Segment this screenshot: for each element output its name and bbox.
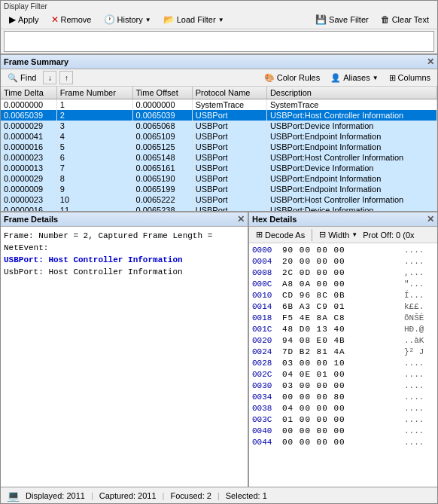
aliases-dropdown: ▼ — [373, 75, 379, 81]
hex-ascii: .... — [404, 437, 434, 448]
table-cell: 0.0000029 — [1, 173, 56, 184]
save-filter-button[interactable]: 💾 Save Filter — [310, 12, 374, 27]
hex-row: 003C01 00 00 00.... — [252, 414, 434, 426]
load-filter-button[interactable]: 📂 Load Filter ▼ — [158, 12, 230, 27]
table-row[interactable]: 0.000001650.0065125USBPortUSBPort:Endpoi… — [1, 142, 437, 152]
frame-details-line1: Frame: Number = 2, Captured Frame Length… — [4, 230, 245, 242]
prot-off-label: Prot Off: 0 (0x — [363, 231, 414, 240]
apply-icon: ▶ — [9, 14, 16, 25]
frame-details-close[interactable]: ✕ — [237, 214, 245, 225]
hex-address: 001C — [252, 324, 276, 335]
table-row[interactable]: 0.0000016110.0065238USBPortUSBPort:Devic… — [1, 205, 437, 211]
hex-row: 002803 00 00 10.... — [252, 358, 434, 369]
table-cell: 8 — [56, 173, 132, 184]
hex-address: 0014 — [252, 301, 276, 313]
width-dropdown: ▼ — [351, 231, 357, 238]
find-down-button[interactable]: ↓ — [43, 71, 56, 84]
hex-address: 0034 — [252, 392, 276, 403]
hex-row: 003400 00 00 80.... — [252, 392, 434, 403]
table-cell: USBPort:Endpoint Information — [266, 131, 436, 142]
decode-as-button[interactable]: ⊞ Decode As — [252, 228, 309, 241]
frame-summary-close[interactable]: ✕ — [427, 57, 434, 67]
frame-details-line2: NetEvent: — [4, 242, 245, 254]
bottom-panels: Frame Details ✕ Frame: Number = 2, Captu… — [1, 212, 437, 487]
width-button[interactable]: ⊟ Width ▼ — [315, 228, 361, 241]
hex-address: 0024 — [252, 347, 276, 358]
col-description[interactable]: Description — [266, 87, 436, 99]
find-icon: 🔍 — [8, 73, 18, 83]
frame-summary-table-container: Time Delta Frame Number Time Offset Prot… — [1, 87, 437, 211]
table-row[interactable]: 0.006503920.0065039USBPortUSBPort:Host C… — [1, 110, 437, 121]
hex-row: 00082C 0D 00 00,... — [252, 267, 434, 279]
selected-status: Selected: 1 — [226, 491, 267, 500]
table-cell: USBPort — [192, 163, 266, 173]
aliases-icon: 👤 — [330, 73, 341, 83]
hex-row: 00247D B2 81 4A}² J — [252, 347, 434, 358]
table-cell: 9 — [56, 184, 132, 194]
hex-bytes: CD 96 8C 0B — [282, 290, 398, 301]
table-cell: USBPort — [192, 131, 266, 142]
table-cell: 0.0065190 — [132, 173, 192, 184]
hex-ascii: õNŠÈ — [404, 313, 434, 324]
hex-row: 004400 00 00 00.... — [252, 437, 434, 448]
hex-row: 000420 00 00 00.... — [252, 256, 434, 267]
table-cell: 0.0065222 — [132, 194, 192, 205]
table-cell: USBPort:Device Information — [266, 163, 436, 173]
col-time-delta[interactable]: Time Delta — [1, 87, 56, 99]
hex-row: 0018F5 4E 8A C8õNŠÈ — [252, 313, 434, 324]
clear-text-button[interactable]: 🗑 Clear Text — [376, 12, 434, 27]
load-icon: 📂 — [163, 14, 175, 25]
width-icon: ⊟ — [319, 230, 326, 240]
aliases-button[interactable]: 👤 Aliases ▼ — [327, 72, 382, 84]
table-row[interactable]: 0.000000010.0000000SystemTraceSystemTrac… — [1, 99, 437, 111]
history-button[interactable]: 🕐 History ▼ — [99, 12, 157, 27]
table-row[interactable]: 0.000002360.0065148USBPortUSBPort:Host C… — [1, 152, 437, 163]
table-row[interactable]: 0.000004140.0065109USBPortUSBPort:Endpoi… — [1, 131, 437, 142]
hex-address: 0008 — [252, 267, 276, 279]
table-cell: 0.0065148 — [132, 152, 192, 163]
hex-ascii: .... — [404, 358, 434, 369]
color-rules-icon: 🎨 — [264, 73, 275, 83]
table-cell: 0.0000016 — [1, 205, 56, 211]
filter-input-area[interactable] — [4, 31, 434, 52]
hex-bytes: 00 00 00 00 — [282, 437, 398, 448]
table-cell: USBPort:Device Information — [266, 205, 436, 211]
table-cell: 0.0000023 — [1, 152, 56, 163]
table-cell: 10 — [56, 194, 132, 205]
table-cell: USBPort:Endpoint Information — [266, 173, 436, 184]
table-cell: 0.0000000 — [1, 99, 56, 111]
color-rules-button[interactable]: 🎨 Color Rules — [260, 72, 324, 84]
table-cell: 0.0065238 — [132, 205, 192, 211]
table-cell: USBPort — [192, 184, 266, 194]
hex-bytes: F5 4E 8A C8 — [282, 313, 398, 324]
col-frame-number[interactable]: Frame Number — [56, 87, 132, 99]
table-cell: 7 — [56, 163, 132, 173]
table-row[interactable]: 0.000001370.0065161USBPortUSBPort:Device… — [1, 163, 437, 173]
table-cell: 2 — [56, 110, 132, 121]
table-row[interactable]: 0.0000023100.0065222USBPortUSBPort:Host … — [1, 194, 437, 205]
table-cell: USBPort:Host Controller Information — [266, 110, 436, 121]
col-time-offset[interactable]: Time Offset — [132, 87, 192, 99]
hex-row: 001C48 D0 13 40HÐ.@ — [252, 324, 434, 335]
find-button[interactable]: 🔍 Find — [4, 72, 40, 84]
table-row[interactable]: 0.000002930.0065068USBPortUSBPort:Device… — [1, 121, 437, 131]
table-cell: 0.0065199 — [132, 184, 192, 194]
columns-button[interactable]: ⊞ Columns — [385, 72, 434, 84]
table-row[interactable]: 0.000000990.0065199USBPortUSBPort:Endpoi… — [1, 184, 437, 194]
columns-icon: ⊞ — [389, 73, 396, 83]
table-row[interactable]: 0.000002980.0065190USBPortUSBPort:Endpoi… — [1, 173, 437, 184]
hex-address: 0038 — [252, 403, 276, 414]
find-up-button[interactable]: ↑ — [59, 71, 73, 84]
table-cell: 3 — [56, 121, 132, 131]
hex-ascii: .... — [404, 380, 434, 392]
col-protocol[interactable]: Protocol Name — [192, 87, 266, 99]
table-cell: 5 — [56, 142, 132, 152]
hex-details-close[interactable]: ✕ — [427, 214, 434, 225]
hex-bytes: 94 08 E0 4B — [282, 335, 398, 347]
status-sep2: | — [163, 491, 165, 500]
table-cell: 0.0000016 — [1, 142, 56, 152]
table-cell: USBPort — [192, 205, 266, 211]
remove-button[interactable]: ✕ Remove — [46, 12, 97, 27]
status-sep1: | — [91, 491, 93, 500]
apply-button[interactable]: ▶ Apply — [4, 12, 44, 27]
